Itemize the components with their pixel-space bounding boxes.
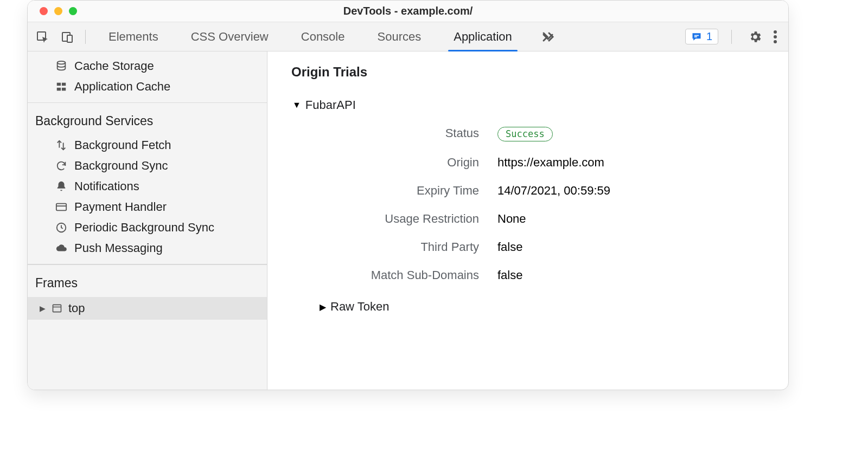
sidebar-item-cache-storage[interactable]: Cache Storage xyxy=(28,56,267,76)
settings-button[interactable] xyxy=(748,30,762,44)
svg-rect-16 xyxy=(53,305,61,312)
sidebar-item-label: Push Messaging xyxy=(74,241,163,255)
sidebar-item-label: Application Cache xyxy=(74,80,170,94)
raw-token-row[interactable]: ▶ Raw Token xyxy=(289,300,767,314)
triangle-right-icon: ▶ xyxy=(320,302,326,312)
trial-row[interactable]: ▼ FubarAPI xyxy=(289,98,767,112)
kebab-icon xyxy=(773,30,777,44)
field-label-subdomains: Match Sub-Domains xyxy=(311,268,479,282)
tab-application[interactable]: Application xyxy=(446,22,520,51)
gear-icon xyxy=(748,30,762,44)
svg-rect-10 xyxy=(62,83,66,86)
field-value-status: Success xyxy=(497,126,767,141)
issues-button[interactable]: 1 xyxy=(685,29,718,44)
appcache-icon xyxy=(55,80,68,93)
sidebar-item-label: Periodic Background Sync xyxy=(74,221,214,235)
sidebar-item-push-messaging[interactable]: Push Messaging xyxy=(28,238,267,258)
svg-rect-4 xyxy=(694,36,697,37)
raw-token-label: Raw Token xyxy=(330,300,389,314)
field-value-usage: None xyxy=(497,212,767,226)
sidebar-item-notifications[interactable]: Notifications xyxy=(28,176,267,197)
sidebar-group-title: Background Services xyxy=(28,107,267,135)
svg-rect-9 xyxy=(57,83,61,86)
close-window-button[interactable] xyxy=(40,7,48,15)
sidebar-item-background-sync[interactable]: Background Sync xyxy=(28,156,267,176)
card-icon xyxy=(55,201,68,214)
svg-point-6 xyxy=(774,35,777,38)
section-heading: Origin Trials xyxy=(289,64,767,80)
svg-point-7 xyxy=(774,40,777,43)
svg-point-5 xyxy=(774,30,777,34)
svg-rect-2 xyxy=(67,35,72,42)
svg-rect-13 xyxy=(56,204,66,211)
field-value-subdomains: false xyxy=(497,268,767,282)
field-label-thirdparty: Third Party xyxy=(311,240,479,254)
message-icon xyxy=(691,31,702,42)
svg-point-8 xyxy=(58,61,66,64)
titlebar: DevTools - example.com/ xyxy=(28,1,788,22)
divider xyxy=(85,30,86,44)
field-label-expiry: Expiry Time xyxy=(311,184,479,198)
field-label-origin: Origin xyxy=(311,156,479,170)
window-title: DevTools - example.com/ xyxy=(28,5,788,17)
transfer-icon xyxy=(55,139,68,152)
svg-rect-12 xyxy=(62,88,66,91)
sidebar-item-label: Cache Storage xyxy=(74,59,154,73)
maximize-window-button[interactable] xyxy=(69,7,77,15)
sidebar-item-label: Background Fetch xyxy=(74,138,171,152)
tab-console[interactable]: Console xyxy=(293,22,353,51)
window-icon xyxy=(51,302,63,314)
field-value-origin: https://example.com xyxy=(497,156,767,170)
svg-rect-3 xyxy=(694,35,699,36)
more-options-button[interactable] xyxy=(773,30,777,44)
application-sidebar: Cache Storage Application Cache Backgrou… xyxy=(28,51,267,390)
frame-top[interactable]: ▶ top xyxy=(28,297,267,320)
inspect-element-button[interactable] xyxy=(33,28,52,46)
frame-label: top xyxy=(68,301,85,315)
issues-count: 1 xyxy=(706,30,712,43)
field-value-thirdparty: false xyxy=(497,240,767,254)
sidebar-item-background-fetch[interactable]: Background Fetch xyxy=(28,135,267,156)
divider xyxy=(731,30,732,44)
sidebar-group-background-services: Background Services Background Fetch Bac… xyxy=(28,103,267,264)
minimize-window-button[interactable] xyxy=(54,7,62,15)
tab-elements[interactable]: Elements xyxy=(101,22,166,51)
sidebar-item-periodic-sync[interactable]: Periodic Background Sync xyxy=(28,217,267,238)
field-value-expiry: 14/07/2021, 00:59:59 xyxy=(497,184,767,198)
bell-icon xyxy=(55,180,68,193)
main-panel: Origin Trials ▼ FubarAPI Status Success … xyxy=(267,51,788,390)
status-badge: Success xyxy=(497,127,553,141)
sidebar-item-label: Background Sync xyxy=(74,159,168,173)
tab-css-overview[interactable]: CSS Overview xyxy=(183,22,276,51)
sidebar-group-frames: Frames ▶ top xyxy=(28,264,267,325)
cloud-icon xyxy=(55,242,68,255)
traffic-lights xyxy=(28,7,77,15)
field-label-status: Status xyxy=(311,126,479,141)
tab-sources[interactable]: Sources xyxy=(369,22,429,51)
trial-details: Status Success Origin https://example.co… xyxy=(289,126,767,282)
sidebar-group-cache: Cache Storage Application Cache xyxy=(28,51,267,103)
svg-rect-11 xyxy=(57,88,61,91)
sidebar-item-payment-handler[interactable]: Payment Handler xyxy=(28,197,267,217)
sidebar-item-application-cache[interactable]: Application Cache xyxy=(28,76,267,97)
device-toolbar-button[interactable] xyxy=(58,28,76,46)
field-label-usage: Usage Restriction xyxy=(311,212,479,226)
tabbar: Elements CSS Overview Console Sources Ap… xyxy=(28,22,788,51)
sidebar-item-label: Notifications xyxy=(74,179,139,193)
sync-icon xyxy=(55,159,68,172)
triangle-down-icon: ▼ xyxy=(292,100,301,110)
sidebar-item-label: Payment Handler xyxy=(74,200,167,214)
database-icon xyxy=(55,60,68,73)
more-tabs-button[interactable] xyxy=(537,22,561,51)
clock-icon xyxy=(55,221,68,234)
triangle-right-icon: ▶ xyxy=(40,304,46,313)
trial-name: FubarAPI xyxy=(305,98,356,112)
devtools-window: DevTools - example.com/ Elements CSS Ove… xyxy=(27,0,789,390)
sidebar-group-title: Frames xyxy=(28,269,267,297)
